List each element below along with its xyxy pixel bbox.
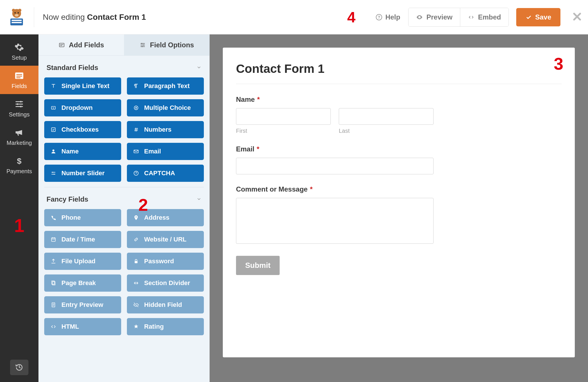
field-numbers[interactable]: Numbers [127, 121, 204, 138]
editing-title: Contact Form 1 [87, 13, 146, 22]
topbar: Now editing Contact Form 1 4 ? Help Prev… [0, 0, 588, 34]
svg-point-35 [136, 216, 137, 217]
text-icon [50, 83, 57, 89]
svg-point-22 [141, 43, 142, 44]
field-rating[interactable]: Rating [127, 318, 204, 335]
field-file-upload[interactable]: File Upload [44, 253, 121, 270]
check-icon [525, 14, 532, 20]
field-website-url[interactable]: Website / URL [127, 231, 204, 248]
tab-field-options[interactable]: Field Options [124, 34, 210, 55]
nav-setup[interactable]: Setup [0, 37, 38, 66]
field-label: Name [61, 148, 79, 155]
submit-label: Submit [245, 261, 270, 270]
left-nav: Setup Fields Settings Marketing $ Paymen… [0, 34, 38, 382]
first-sublabel: First [236, 128, 331, 134]
code-icon [50, 324, 57, 330]
field-captcha[interactable]: ?CAPTCHA [127, 165, 204, 182]
field-name[interactable]: Name [44, 143, 121, 160]
sliders-icon [140, 42, 146, 48]
chevron-down-icon [196, 64, 202, 72]
field-html[interactable]: HTML [44, 318, 121, 335]
field-label: Address [144, 214, 169, 221]
field-number-slider[interactable]: Number Slider [44, 165, 121, 182]
field-single-line-text[interactable]: Single Line Text [44, 77, 121, 95]
nav-settings[interactable]: Settings [0, 94, 38, 122]
bullhorn-icon [14, 128, 24, 137]
last-sublabel: Last [339, 128, 434, 134]
field-email[interactable]: Email [127, 143, 204, 160]
save-button[interactable]: Save [516, 8, 560, 26]
field-label: Phone [61, 214, 81, 221]
preview-embed-group: Preview Embed [408, 8, 509, 27]
field-label: Date / Time [61, 236, 95, 243]
svg-rect-19 [59, 43, 64, 47]
nav-setup-label: Setup [12, 54, 27, 61]
field-comment-block: Comment or Message * [236, 185, 434, 245]
comment-textarea[interactable] [236, 198, 434, 244]
chevron-down-icon [196, 195, 202, 203]
section-standard-label: Standard Fields [47, 64, 98, 72]
gear-icon [14, 42, 24, 52]
submit-button[interactable]: Submit [236, 256, 280, 275]
nav-fields[interactable]: Fields [0, 66, 38, 94]
svg-point-32 [54, 174, 55, 175]
envelope-icon [133, 149, 140, 154]
form-icon [59, 42, 65, 48]
dropdown-icon [50, 105, 57, 111]
field-label: File Upload [61, 258, 96, 265]
svg-point-1 [12, 9, 15, 12]
annotation-4: 4 [347, 9, 355, 26]
svg-point-27 [136, 107, 137, 109]
email-input[interactable] [236, 158, 434, 174]
nav-marketing[interactable]: Marketing [0, 122, 38, 151]
tab-add-fields[interactable]: Add Fields [38, 34, 124, 55]
dollar-icon: $ [14, 156, 24, 166]
field-label: Paragraph Text [144, 82, 190, 90]
svg-text:?: ? [135, 171, 137, 175]
field-entry-preview[interactable]: Entry Preview [44, 296, 121, 313]
field-email-block: Email * [236, 145, 434, 174]
field-label: CAPTCHA [144, 169, 175, 177]
document-icon [50, 302, 57, 308]
field-label: Number Slider [61, 169, 105, 177]
field-password[interactable]: Password [127, 253, 204, 270]
help-link[interactable]: ? Help [376, 13, 400, 21]
link-icon [133, 237, 140, 242]
last-name-input[interactable] [339, 108, 434, 125]
field-phone[interactable]: Phone [44, 209, 121, 226]
nav-marketing-label: Marketing [7, 140, 32, 146]
fields-panel: Add Fields Field Options Standard Fields… [38, 34, 210, 382]
field-section-divider[interactable]: Section Divider [127, 274, 204, 292]
field-hidden-field[interactable]: Hidden Field [127, 296, 204, 313]
field-label: Website / URL [144, 236, 187, 243]
svg-point-2 [18, 9, 21, 12]
panel-tabs: Add Fields Field Options [38, 34, 210, 56]
field-dropdown[interactable]: Dropdown [44, 99, 121, 116]
field-name: Name * First Last [236, 95, 434, 134]
required-asterisk: * [257, 145, 259, 153]
location-icon [133, 215, 140, 221]
annotation-1: 1 [0, 215, 38, 236]
section-standard-fields[interactable]: Standard Fields [44, 56, 204, 77]
upload-icon [50, 258, 57, 264]
section-fancy-fields[interactable]: Fancy Fields [44, 187, 204, 209]
email-label: Email [236, 145, 254, 153]
nav-payments[interactable]: $ Payments [0, 151, 38, 179]
close-icon [572, 11, 582, 22]
history-button[interactable] [10, 360, 28, 375]
field-page-break[interactable]: Page Break [44, 274, 121, 292]
embed-button[interactable]: Embed [460, 8, 508, 26]
field-multiple-choice[interactable]: Multiple Choice [127, 99, 204, 116]
field-date-time[interactable]: Date / Time [44, 231, 121, 248]
close-button[interactable] [572, 11, 582, 23]
field-paragraph-text[interactable]: Paragraph Text [127, 77, 204, 95]
field-checkboxes[interactable]: Checkboxes [44, 121, 121, 138]
svg-point-31 [52, 172, 53, 173]
required-asterisk: * [310, 185, 312, 193]
first-name-input[interactable] [236, 108, 331, 125]
save-label: Save [535, 13, 551, 21]
preview-button[interactable]: Preview [409, 8, 460, 26]
field-label: Dropdown [61, 104, 93, 112]
annotation-3: 3 [554, 54, 563, 74]
app-logo [5, 6, 28, 29]
